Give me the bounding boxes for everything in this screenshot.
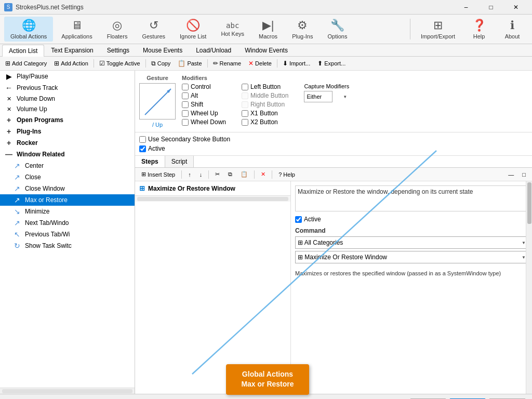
list-item-vol-down[interactable]: ✕ Volume Down	[0, 94, 135, 104]
modifier-middle-button[interactable]: Middle Button	[242, 92, 288, 99]
list-item-minimize[interactable]: ↘ Minimize	[0, 206, 135, 217]
copy-button[interactable]: ⧉ Copy	[148, 58, 174, 69]
toolbar-applications[interactable]: 🖥 Applications	[55, 17, 98, 42]
category-select-wrap[interactable]: ⊞ All Categories	[295, 236, 528, 249]
paste-step-icon: 📋	[241, 171, 248, 178]
add-action-button[interactable]: ⊞ Add Action	[51, 58, 91, 69]
x1-button-checkbox[interactable]	[242, 110, 248, 117]
steps-hscroll-area[interactable]	[135, 195, 290, 202]
steps-tab-script[interactable]: Script	[165, 156, 194, 167]
modifier-left-button[interactable]: Left Button	[242, 83, 288, 90]
active-option[interactable]: Active	[139, 145, 528, 152]
capture-select-wrap[interactable]: Either Left Right	[304, 91, 349, 102]
step-active-option[interactable]: Active	[295, 216, 528, 223]
move-down-button[interactable]: ↓	[196, 170, 206, 179]
toolbar-import-export[interactable]: ⊞ Import/Export	[415, 17, 461, 42]
steps-list[interactable]: ⊞ Maximize Or Restore Window	[135, 181, 291, 195]
shift-checkbox[interactable]	[182, 101, 189, 108]
help-step-button[interactable]: ? Help	[275, 170, 298, 179]
list-item-plug-ins[interactable]: + Plug-Ins	[0, 126, 135, 137]
list-item-next-tab[interactable]: ↗ Next Tab/Windo	[0, 217, 135, 229]
toolbar-about[interactable]: ℹ About	[497, 17, 528, 42]
delete-button[interactable]: ✕ Delete	[245, 58, 275, 69]
paste-step-button[interactable]: 📋	[237, 169, 251, 179]
x2-button-checkbox[interactable]	[242, 119, 248, 126]
copy-step-button[interactable]: ⧉	[225, 169, 235, 179]
modifier-alt[interactable]: Alt	[182, 92, 226, 99]
toggle-active-button[interactable]: ☑ Toggle Active	[96, 58, 143, 69]
rename-button[interactable]: ✏ Rename	[210, 58, 245, 69]
right-button-checkbox[interactable]	[242, 101, 248, 108]
tab-window-events[interactable]: Window Events	[238, 44, 295, 56]
secondary-stroke-option[interactable]: Use Secondary Stroke Button	[139, 136, 528, 143]
maximize-steps-button[interactable]: □	[519, 170, 529, 179]
detail-vscroll[interactable]	[526, 181, 532, 394]
toolbar-hot-keys[interactable]: abc Hot Keys	[215, 17, 250, 42]
modifier-x2-button[interactable]: X2 Button	[242, 118, 288, 126]
steps-tab-steps[interactable]: Steps	[135, 156, 165, 167]
paste-button[interactable]: 📋 Paste	[175, 58, 205, 69]
maximize-button[interactable]: □	[479, 0, 503, 15]
list-item-close-cat[interactable]: ↗ Close	[0, 171, 135, 183]
modifier-wheel-up[interactable]: Wheel Up	[182, 110, 226, 117]
modifier-wheel-down[interactable]: Wheel Down	[182, 118, 226, 126]
cut-step-button[interactable]: ✂	[212, 169, 223, 179]
tab-text-expansion[interactable]: Text Expansion	[44, 44, 100, 56]
toolbar-plug-ins[interactable]: ⚙ Plug-Ins	[286, 17, 319, 42]
insert-step-button[interactable]: ⊞ Insert Step	[138, 169, 178, 179]
list-item-play-pause[interactable]: ▶ Play/Pause	[0, 71, 135, 82]
gesture-box[interactable]	[139, 83, 176, 119]
export-button[interactable]: ⬆ Export...	[314, 58, 349, 69]
tab-load-unload[interactable]: Load/Unload	[189, 44, 238, 56]
category-select[interactable]: ⊞ All Categories	[295, 236, 528, 249]
list-item-open-programs[interactable]: + Open Programs	[0, 114, 135, 126]
modifier-shift[interactable]: Shift	[182, 101, 226, 108]
tab-action-list[interactable]: Action List	[2, 45, 44, 57]
list-item-rocker[interactable]: + Rocker	[0, 137, 135, 149]
left-hscroll-area[interactable]	[0, 388, 135, 394]
add-category-button[interactable]: ⊞ Add Category	[2, 58, 50, 69]
modifier-control[interactable]: Control	[182, 83, 226, 90]
modifier-right-button[interactable]: Right Button	[242, 101, 288, 108]
step-item-maximize[interactable]: ⊞ Maximize Or Restore Window	[135, 181, 290, 195]
list-item-show-task[interactable]: ↻ Show Task Switc	[0, 240, 135, 251]
list-item-center[interactable]: ↗ Center	[0, 160, 135, 171]
list-item-window-related[interactable]: — Window Related	[0, 149, 135, 160]
list-item-prev-tab[interactable]: ↖ Previous Tab/Wi	[0, 229, 135, 240]
list-item-vol-up[interactable]: ✕ Volume Up	[0, 104, 135, 114]
steps-hscrollbar[interactable]	[137, 197, 288, 201]
left-button-checkbox[interactable]	[242, 84, 248, 90]
toolbar-floaters[interactable]: ◎ Floaters	[101, 17, 134, 42]
alt-checkbox[interactable]	[182, 92, 189, 99]
minimize-steps-button[interactable]: —	[505, 170, 517, 179]
list-item-max-restore[interactable]: ↗ Max or Restore	[0, 194, 135, 206]
tab-mouse-events[interactable]: Mouse Events	[136, 44, 189, 56]
list-item-close-window[interactable]: ↗ Close Window	[0, 183, 135, 194]
control-checkbox[interactable]	[182, 84, 189, 90]
active-checkbox[interactable]	[139, 145, 146, 152]
toolbar-ignore-list[interactable]: 🚫 Ignore List	[174, 17, 212, 42]
middle-button-checkbox[interactable]	[242, 92, 248, 99]
toolbar-macros[interactable]: ▶| Macros	[252, 17, 284, 42]
capture-select[interactable]: Either Left Right	[304, 91, 332, 102]
toolbar-global-actions[interactable]: 🌐 Global Actions	[4, 17, 53, 42]
action-list[interactable]: ▶ Play/Pause ← Previous Track ✕ Volume D…	[0, 71, 135, 388]
wheel-up-checkbox[interactable]	[182, 110, 189, 117]
toolbar-gestures[interactable]: ↺ Gestures	[136, 17, 171, 42]
step-active-checkbox[interactable]	[295, 216, 302, 223]
secondary-stroke-checkbox[interactable]	[139, 136, 146, 143]
modifier-x1-button[interactable]: X1 Button	[242, 110, 288, 117]
minimize-button[interactable]: –	[454, 0, 478, 15]
close-button[interactable]: ✕	[504, 0, 528, 15]
delete-step-button[interactable]: ✕	[258, 169, 269, 179]
tab-settings[interactable]: Settings	[100, 44, 136, 56]
left-hscrollbar[interactable]	[2, 389, 132, 393]
wheel-down-checkbox[interactable]	[182, 119, 189, 126]
toolbar-help[interactable]: ❓ Help	[463, 17, 495, 42]
command-select-wrap[interactable]: ⊞ Maximize Or Restore Window	[295, 251, 528, 263]
toolbar-options[interactable]: 🔧 Options	[321, 17, 353, 42]
move-up-button[interactable]: ↑	[185, 170, 194, 179]
command-select[interactable]: ⊞ Maximize Or Restore Window	[295, 251, 528, 263]
list-item-prev-track[interactable]: ← Previous Track	[0, 82, 135, 94]
import-button[interactable]: ⬇ Import...	[280, 58, 313, 69]
